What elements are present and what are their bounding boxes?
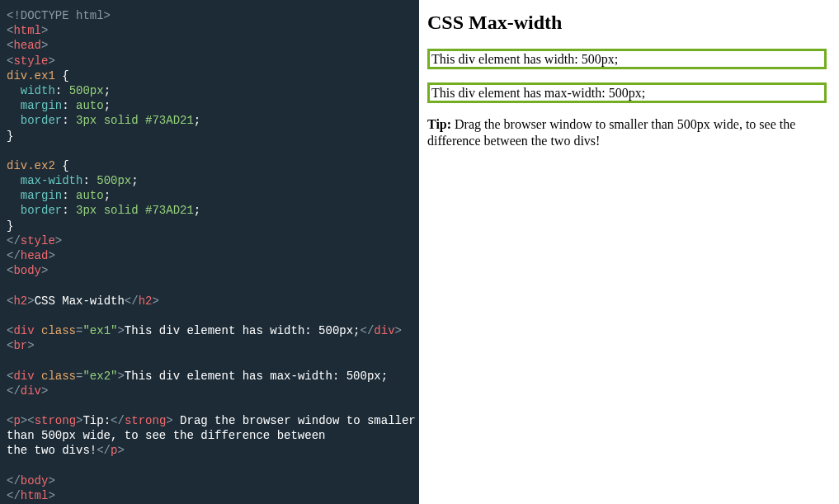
- preview-heading: CSS Max-width: [427, 12, 831, 34]
- code-line[interactable]: </body>: [7, 473, 412, 488]
- preview-div-ex2: This div element has max-width: 500px;: [427, 82, 827, 103]
- code-line[interactable]: <h2>CSS Max-width</h2>: [7, 294, 412, 309]
- code-line[interactable]: margin: auto;: [7, 98, 412, 113]
- code-line[interactable]: [7, 353, 412, 368]
- code-line[interactable]: <!DOCTYPE html>: [7, 8, 412, 23]
- code-line[interactable]: <html>: [7, 23, 412, 38]
- code-line[interactable]: </div>: [7, 384, 412, 398]
- code-content[interactable]: <!DOCTYPE html><html><head><style>div.ex…: [7, 8, 412, 503]
- code-line[interactable]: [7, 309, 412, 323]
- code-line[interactable]: max-width: 500px;: [7, 173, 412, 188]
- code-line[interactable]: </head>: [7, 248, 412, 263]
- code-line[interactable]: border: 3px solid #73AD21;: [7, 203, 412, 218]
- code-line[interactable]: div.ex2 {: [7, 158, 412, 173]
- code-line[interactable]: </html>: [7, 488, 412, 503]
- preview-tip-paragraph: Tip: Drag the browser window to smaller …: [427, 116, 831, 149]
- code-line[interactable]: <div class="ex2">This div element has ma…: [7, 369, 412, 384]
- code-line[interactable]: than 500px wide, to see the difference b…: [7, 428, 412, 443]
- preview-panel: CSS Max-width This div element has width…: [419, 0, 839, 504]
- code-line[interactable]: width: 500px;: [7, 83, 412, 98]
- code-line[interactable]: <div class="ex1">This div element has wi…: [7, 323, 412, 338]
- code-line[interactable]: <head>: [7, 38, 412, 53]
- code-line[interactable]: [7, 459, 412, 473]
- tip-label: Tip:: [427, 117, 451, 131]
- preview-div-ex1: This div element has width: 500px;: [427, 49, 827, 69]
- code-line[interactable]: }: [7, 129, 412, 144]
- code-line[interactable]: <p><strong>Tip:</strong> Drag the browse…: [7, 413, 412, 428]
- code-line[interactable]: [7, 398, 412, 413]
- code-line[interactable]: }: [7, 219, 412, 233]
- code-line[interactable]: </style>: [7, 233, 412, 248]
- tip-text: Drag the browser window to smaller than …: [427, 117, 795, 148]
- code-line[interactable]: [7, 144, 412, 158]
- code-editor-panel[interactable]: <!DOCTYPE html><html><head><style>div.ex…: [0, 0, 419, 504]
- code-line[interactable]: div.ex1 {: [7, 68, 412, 83]
- code-line[interactable]: <style>: [7, 54, 412, 68]
- code-line[interactable]: margin: auto;: [7, 188, 412, 203]
- code-line[interactable]: <body>: [7, 263, 412, 278]
- code-line[interactable]: [7, 278, 412, 293]
- code-line[interactable]: border: 3px solid #73AD21;: [7, 113, 412, 128]
- code-line[interactable]: the two divs!</p>: [7, 443, 412, 458]
- code-line[interactable]: <br>: [7, 338, 412, 353]
